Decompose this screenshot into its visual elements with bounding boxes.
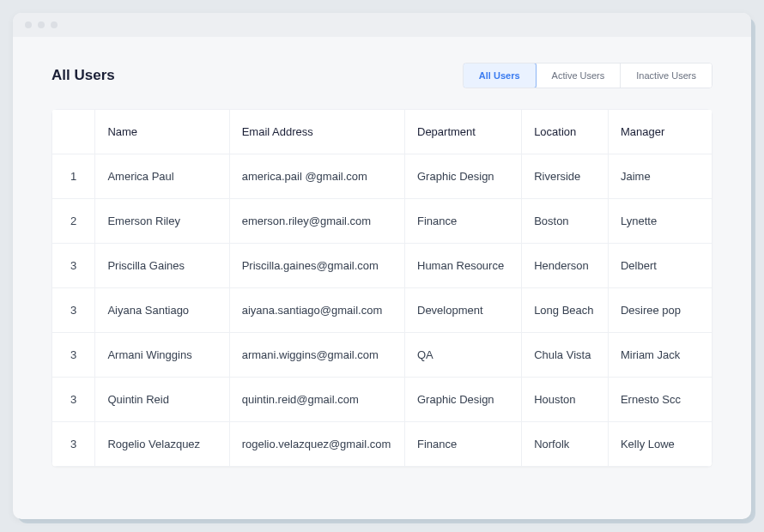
col-header-location: Location — [522, 110, 609, 154]
cell-name: Rogelio Velazquez — [95, 422, 229, 467]
table-header-row: Name Email Address Department Location M… — [52, 110, 712, 154]
cell-email: emerson.riley@gmail.com — [229, 199, 404, 244]
cell-department: Finance — [405, 422, 522, 467]
cell-index: 2 — [52, 199, 95, 244]
col-header-manager: Manager — [608, 110, 712, 154]
page-title: All Users — [52, 67, 115, 84]
cell-index: 1 — [52, 154, 95, 199]
cell-location: Norfolk — [522, 422, 609, 467]
table-row[interactable]: 3 Priscilla Gaines Priscilla.gaines@gmai… — [52, 244, 712, 288]
cell-index: 3 — [52, 378, 95, 422]
user-filter-tabs: All Users Active Users Inactive Users — [463, 63, 712, 88]
cell-index: 3 — [52, 422, 95, 467]
window-titlebar — [13, 13, 751, 37]
cell-email: Priscilla.gaines@gmail.com — [229, 244, 404, 288]
app-window: All Users All Users Active Users Inactiv… — [13, 13, 751, 519]
col-header-name: Name — [95, 110, 229, 154]
table-row[interactable]: 1 America Paul america.pail @gmail.com G… — [52, 154, 712, 199]
users-table: Name Email Address Department Location M… — [52, 109, 712, 467]
cell-manager: Jaime — [608, 154, 712, 199]
cell-department: Development — [405, 288, 522, 333]
cell-department: Finance — [405, 199, 522, 244]
cell-location: Boston — [522, 199, 609, 244]
cell-location: Long Beach — [522, 288, 609, 333]
cell-location: Riverside — [522, 154, 609, 199]
window-control-close[interactable] — [25, 21, 32, 28]
table-row[interactable]: 3 Rogelio Velazquez rogelio.velazquez@gm… — [52, 422, 712, 467]
cell-name: Priscilla Gaines — [95, 244, 229, 288]
cell-location: Chula Vista — [522, 333, 609, 378]
cell-manager: Desiree pop — [608, 288, 712, 333]
tab-active-users[interactable]: Active Users — [536, 63, 621, 88]
tab-all-users[interactable]: All Users — [463, 63, 537, 88]
cell-email: rogelio.velazquez@gmail.com — [229, 422, 404, 467]
table-row[interactable]: 3 Aiyana Santiago aiyana.santiago@gmail.… — [52, 288, 712, 333]
cell-email: armani.wiggins@gmail.com — [229, 333, 404, 378]
cell-name: Armani Winggins — [95, 333, 229, 378]
cell-name: Quintin Reid — [95, 378, 229, 422]
cell-manager: Delbert — [608, 244, 712, 288]
cell-manager: Lynette — [608, 199, 712, 244]
table-row[interactable]: 3 Quintin Reid quintin.reid@gmail.com Gr… — [52, 378, 712, 422]
col-header-index — [52, 110, 95, 154]
cell-name: Aiyana Santiago — [95, 288, 229, 333]
cell-email: america.pail @gmail.com — [229, 154, 404, 199]
cell-manager: Ernesto Scc — [608, 378, 712, 422]
window-control-minimize[interactable] — [38, 21, 45, 28]
cell-department: Human Resource — [405, 244, 522, 288]
table-body: 1 America Paul america.pail @gmail.com G… — [52, 154, 712, 467]
content-area: All Users All Users Active Users Inactiv… — [13, 37, 751, 493]
cell-email: aiyana.santiago@gmail.com — [229, 288, 404, 333]
table-row[interactable]: 2 Emerson Riley emerson.riley@gmail.com … — [52, 199, 712, 244]
table-row[interactable]: 3 Armani Winggins armani.wiggins@gmail.c… — [52, 333, 712, 378]
col-header-email: Email Address — [229, 110, 404, 154]
window-control-maximize[interactable] — [51, 21, 58, 28]
cell-department: Graphic Design — [405, 154, 522, 199]
users-table-container: Name Email Address Department Location M… — [52, 109, 712, 467]
tab-inactive-users[interactable]: Inactive Users — [620, 63, 712, 88]
cell-department: Graphic Design — [405, 378, 522, 422]
col-header-department: Department — [405, 110, 522, 154]
cell-location: Houston — [522, 378, 609, 422]
cell-department: QA — [405, 333, 522, 378]
cell-index: 3 — [52, 244, 95, 288]
cell-email: quintin.reid@gmail.com — [229, 378, 404, 422]
cell-index: 3 — [52, 333, 95, 378]
cell-manager: Kelly Lowe — [608, 422, 712, 467]
cell-index: 3 — [52, 288, 95, 333]
cell-name: America Paul — [95, 154, 229, 199]
header-row: All Users All Users Active Users Inactiv… — [52, 63, 712, 88]
cell-manager: Miriam Jack — [608, 333, 712, 378]
cell-location: Henderson — [522, 244, 609, 288]
cell-name: Emerson Riley — [95, 199, 229, 244]
